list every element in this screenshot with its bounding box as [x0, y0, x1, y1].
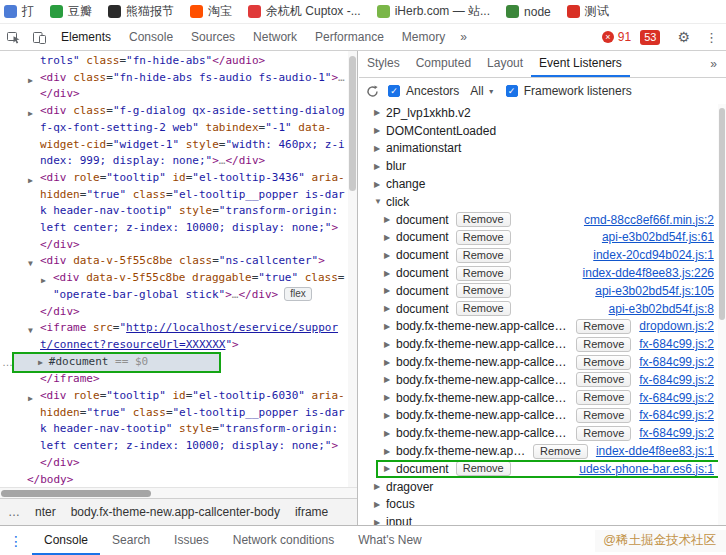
- code-line[interactable]: k header-nav-tootip" style="transform-or…: [0, 203, 357, 220]
- listener-row[interactable]: ▶body.fx-theme-new.app-callcenter-bodyRe…: [359, 424, 726, 442]
- remove-listener-button[interactable]: Remove: [576, 337, 631, 352]
- event-category-row[interactable]: ▼click: [359, 193, 726, 211]
- scrollbar-thumb[interactable]: [349, 56, 356, 191]
- code-line[interactable]: …▶#document == $0: [0, 354, 357, 372]
- source-link[interactable]: fx-684c99.js:2: [631, 373, 714, 387]
- panel-tab-console[interactable]: Console: [120, 24, 182, 50]
- code-line[interactable]: widget-cid="widget-1" style="width: 460p…: [0, 137, 357, 154]
- event-category-row[interactable]: ▶animationstart: [359, 140, 726, 158]
- code-line[interactable]: k header-nav-tootip" style="transform-or…: [0, 421, 357, 438]
- twisty-icon[interactable]: ▶: [38, 358, 43, 367]
- remove-listener-button[interactable]: Remove: [456, 266, 511, 281]
- source-link[interactable]: cmd-88cc8ef66f.min.js:2: [576, 213, 714, 227]
- flex-badge[interactable]: flex: [284, 287, 312, 301]
- scrollbar-thumb[interactable]: [1, 490, 151, 497]
- twisty-icon[interactable]: ▶: [374, 162, 386, 171]
- source-link[interactable]: index-20cd94b024.js:1: [585, 248, 714, 262]
- listener-row[interactable]: ▶documentRemoveindex-dde4f8ee83.js:226: [359, 264, 726, 282]
- remove-listener-button[interactable]: Remove: [456, 230, 511, 245]
- source-link[interactable]: api-e3b02bd54f.js:8: [601, 302, 714, 316]
- source-link[interactable]: fx-684c99.js:2: [631, 355, 714, 369]
- ancestors-checkbox[interactable]: ✓: [388, 85, 400, 97]
- twisty-icon[interactable]: ▶: [374, 500, 386, 509]
- event-category-row[interactable]: ▶change: [359, 175, 726, 193]
- twisty-icon[interactable]: ▶: [384, 375, 396, 384]
- code-line[interactable]: ▼<div data-v-5f55c8be class="ns-callcent…: [0, 253, 357, 270]
- remove-listener-button[interactable]: Remove: [456, 461, 511, 476]
- code-line[interactable]: </iframe>: [0, 371, 357, 388]
- drawer-menu-icon[interactable]: ⋮: [0, 533, 32, 549]
- code-line[interactable]: </div>: [0, 86, 357, 103]
- remove-listener-button[interactable]: Remove: [576, 426, 631, 441]
- remove-listener-button[interactable]: Remove: [576, 355, 631, 370]
- twisty-icon[interactable]: ▶: [384, 322, 396, 331]
- twisty-icon[interactable]: ▶: [384, 464, 396, 473]
- more-sidebar-tabs-icon[interactable]: »: [701, 57, 726, 71]
- remove-listener-button[interactable]: Remove: [533, 444, 588, 459]
- panel-tab-memory[interactable]: Memory: [393, 24, 454, 50]
- twisty-icon[interactable]: ▶: [374, 518, 386, 525]
- elements-horizontal-scrollbar[interactable]: [0, 487, 357, 498]
- event-category-row[interactable]: ▶input: [359, 513, 726, 525]
- bookmark-item-0[interactable]: 打: [4, 3, 34, 20]
- panel-tab-sources[interactable]: Sources: [182, 24, 244, 50]
- breadcrumb-item-0[interactable]: nter: [35, 505, 56, 519]
- source-link[interactable]: api-e3b02bd54f.js:105: [587, 284, 714, 298]
- breadcrumb-overflow[interactable]: …: [8, 505, 20, 519]
- settings-gear-icon[interactable]: ⚙: [670, 29, 697, 45]
- drawer-tab-console[interactable]: Console: [32, 526, 100, 555]
- bookmark-item-5[interactable]: iHerb.com — 站...: [377, 3, 490, 20]
- code-line[interactable]: </body>: [0, 472, 357, 487]
- twisty-icon[interactable]: ▼: [374, 197, 386, 206]
- more-panels-icon[interactable]: »: [454, 30, 473, 44]
- code-line[interactable]: ▶<div data-v-5f55c8be draggable="true" c…: [0, 270, 357, 287]
- source-link[interactable]: fx-684c99.js:2: [631, 337, 714, 351]
- issues-badge[interactable]: 53: [640, 30, 660, 45]
- listener-row[interactable]: ▶body.fx-theme-new.app-callcenter-bodyRe…: [359, 318, 726, 336]
- selected-node[interactable]: ▶#document == $0: [14, 354, 219, 372]
- scrollbar-thumb[interactable]: [719, 108, 725, 320]
- breadcrumb-item-2[interactable]: iframe: [295, 505, 328, 519]
- twisty-icon[interactable]: ▶: [384, 269, 396, 278]
- elements-vertical-scrollbar[interactable]: [348, 51, 357, 487]
- code-line[interactable]: t/connect?resourceUrl=XXXXXX">: [0, 337, 357, 354]
- bookmark-item-4[interactable]: 余杭机 Cuptox -...: [248, 3, 361, 20]
- listener-row[interactable]: ▶documentRemoveapi-e3b02bd54f.js:61: [359, 229, 726, 247]
- listener-row[interactable]: ▶body.fx-theme-new.app-callcenter-bodyRe…: [359, 407, 726, 425]
- event-category-row[interactable]: ▶focus: [359, 496, 726, 514]
- code-line[interactable]: ▶<div role="tooltip" id="el-tooltip-3436…: [0, 170, 357, 187]
- sidebar-vertical-scrollbar[interactable]: [718, 104, 726, 525]
- refresh-icon[interactable]: [366, 85, 379, 98]
- remove-listener-button[interactable]: Remove: [456, 212, 511, 227]
- source-link[interactable]: index-dde4f8ee83.js:1: [588, 444, 714, 458]
- bookmark-item-2[interactable]: 熊猫报节: [108, 3, 174, 20]
- remove-listener-button[interactable]: Remove: [576, 408, 631, 423]
- twisty-icon[interactable]: ▶: [374, 180, 386, 189]
- twisty-icon[interactable]: ▶: [384, 251, 396, 260]
- remove-listener-button[interactable]: Remove: [576, 372, 631, 387]
- twisty-icon[interactable]: ▶: [384, 340, 396, 349]
- code-line[interactable]: "operate-bar-global stick">…</div>flex: [0, 287, 357, 304]
- remove-listener-button[interactable]: Remove: [576, 319, 631, 334]
- device-toolbar-icon[interactable]: [26, 30, 52, 45]
- code-line[interactable]: hidden="true" class="el-tooltip__popper …: [0, 405, 357, 422]
- code-line[interactable]: f-qx-font-setting-2 web" tabindex="-1" d…: [0, 120, 357, 137]
- bookmark-item-7[interactable]: 测试: [567, 3, 609, 20]
- panel-tab-elements[interactable]: Elements: [52, 24, 120, 50]
- listener-row[interactable]: ▶body.fx-theme-new.app-callcenter-bodyRe…: [359, 353, 726, 371]
- listener-row[interactable]: ▶documentRemoveapi-e3b02bd54f.js:8: [359, 300, 726, 318]
- code-line[interactable]: </div>: [0, 304, 357, 321]
- twisty-icon[interactable]: ▶: [384, 304, 396, 313]
- listener-row[interactable]: ▶documentRemoveindex-20cd94b024.js:1: [359, 246, 726, 264]
- source-link[interactable]: udesk-phone-bar.es6.js:1: [571, 462, 714, 476]
- code-line[interactable]: ▶<div class="f-g-dialog qx-aside-setting…: [0, 103, 357, 120]
- code-line[interactable]: ndex: 999; display: none;">…</div>: [0, 153, 357, 170]
- listener-row[interactable]: ▶documentRemoveapi-e3b02bd54f.js:105: [359, 282, 726, 300]
- code-line[interactable]: hidden="true" class="el-tooltip__popper …: [0, 187, 357, 204]
- console-errors-badge[interactable]: × 91: [602, 30, 631, 44]
- drawer-tab-issues[interactable]: Issues: [162, 526, 221, 555]
- twisty-icon[interactable]: ▶: [384, 233, 396, 242]
- event-category-row[interactable]: ▶blur: [359, 157, 726, 175]
- code-line[interactable]: ▶<div role="tooltip" id="el-tooltip-6030…: [0, 388, 357, 405]
- line-options-icon[interactable]: …: [2, 354, 14, 371]
